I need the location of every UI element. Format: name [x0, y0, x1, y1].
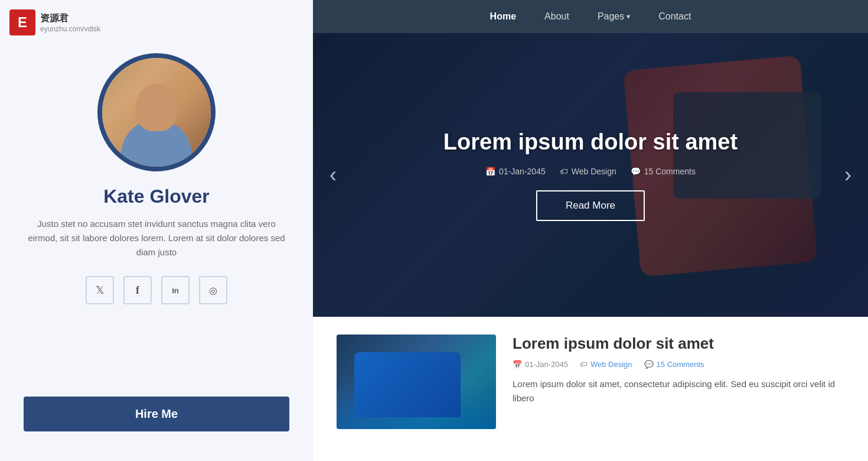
hero-comments-item: 💬 15 Comments [631, 167, 696, 176]
blog-info: Lorem ipsum dolor sit amet 📅 01-Jan-2045… [513, 335, 844, 405]
hire-me-button[interactable]: Hire Me [24, 397, 289, 431]
nav-contact[interactable]: Contact [656, 7, 693, 27]
blog-tag-icon: 🏷 [580, 360, 588, 369]
watermark-icon: E [9, 9, 35, 35]
linkedin-icon: in [172, 286, 179, 295]
twitter-button[interactable]: 𝕏 [86, 276, 114, 304]
hero-meta: 📅 01-Jan-2045 🏷 Web Design 💬 15 Comments [443, 167, 738, 176]
nav-about[interactable]: About [542, 7, 572, 27]
main-content: Home About Pages Contact ‹ Lorem ipsum d… [313, 0, 868, 461]
profile-bio: Justo stet no accusam stet invidunt sanc… [24, 217, 289, 259]
watermark-logo: E 资源君 eyunzhu.com/vdisk [9, 9, 100, 35]
instagram-button[interactable]: ◎ [199, 276, 227, 304]
tag-icon: 🏷 [560, 167, 568, 176]
blog-comment-icon: 💬 [644, 360, 654, 369]
carousel-next-button[interactable]: › [834, 157, 862, 193]
hero-title: Lorem ipsum dolor sit amet [443, 129, 738, 155]
watermark-url: eyunzhu.com/vdisk [40, 25, 100, 33]
carousel-prev-button[interactable]: ‹ [319, 157, 347, 193]
linkedin-button[interactable]: in [161, 276, 190, 304]
hero-comments: 15 Comments [644, 167, 696, 176]
avatar [102, 58, 211, 167]
blog-post: Lorem ipsum dolor sit amet 📅 01-Jan-2045… [337, 335, 844, 429]
blog-category-link[interactable]: Web Design [590, 360, 632, 369]
blog-comments-item: 💬 15 Comments [644, 360, 704, 369]
blog-section: Lorem ipsum dolor sit amet 📅 01-Jan-2045… [313, 317, 868, 461]
blog-comments-link[interactable]: 15 Comments [657, 360, 704, 369]
nav-home[interactable]: Home [488, 7, 518, 27]
hero-category-item: 🏷 Web Design [560, 167, 616, 176]
blog-date: 01-Jan-2045 [525, 360, 568, 369]
blog-category-item: 🏷 Web Design [580, 360, 632, 369]
watermark-cn: 资源君 [40, 12, 100, 25]
hero-read-more-button[interactable]: Read More [536, 190, 645, 221]
watermark-text: 资源君 eyunzhu.com/vdisk [40, 12, 100, 33]
blog-post-title: Lorem ipsum dolor sit amet [513, 335, 844, 353]
hero-category: Web Design [572, 167, 616, 176]
calendar-icon: 📅 [485, 167, 495, 176]
social-icons: 𝕏 f in ◎ [86, 276, 227, 304]
facebook-icon: f [136, 284, 139, 297]
navbar: Home About Pages Contact [313, 0, 868, 33]
nav-pages[interactable]: Pages [595, 7, 632, 27]
blog-thumbnail [337, 335, 496, 429]
blog-calendar-icon: 📅 [513, 360, 522, 369]
hero-slider: ‹ Lorem ipsum dolor sit amet 📅 01-Jan-20… [313, 33, 868, 317]
avatar-wrapper [97, 53, 216, 171]
instagram-icon: ◎ [209, 285, 217, 296]
facebook-button[interactable]: f [123, 276, 152, 304]
blog-excerpt: Lorem ipsum dolor sit amet, consectetur … [513, 377, 844, 405]
sidebar: E 资源君 eyunzhu.com/vdisk Kate Glover Just… [0, 0, 313, 461]
hero-content: Lorem ipsum dolor sit amet 📅 01-Jan-2045… [443, 129, 738, 221]
twitter-icon: 𝕏 [96, 284, 105, 297]
comment-icon: 💬 [631, 167, 641, 176]
profile-name: Kate Glover [103, 186, 210, 207]
hero-date: 01-Jan-2045 [499, 167, 546, 176]
blog-date-item: 📅 01-Jan-2045 [513, 360, 568, 369]
hero-date-item: 📅 01-Jan-2045 [485, 167, 546, 176]
blog-meta: 📅 01-Jan-2045 🏷 Web Design 💬 15 Comments [513, 360, 844, 369]
